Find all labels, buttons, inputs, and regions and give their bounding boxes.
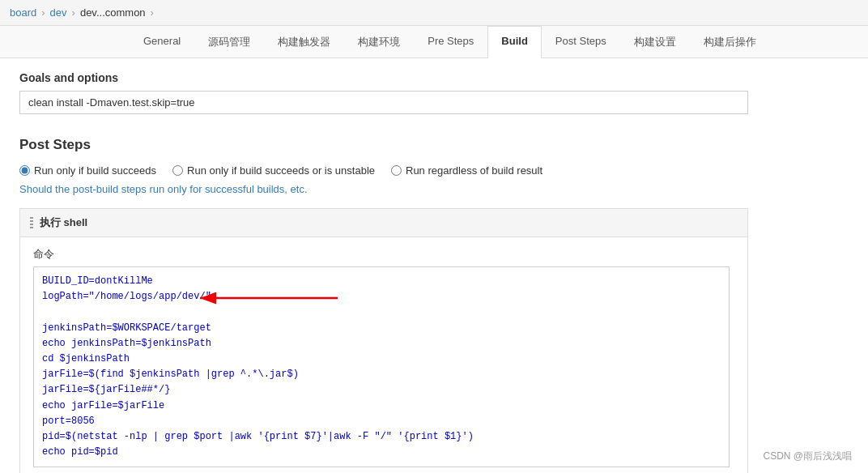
post-steps-radio-group: Run only if build succeeds Run only if b… — [19, 164, 849, 177]
radio-build-unstable[interactable] — [172, 165, 183, 176]
cmd-label: 命令 — [33, 247, 734, 262]
tab-post-steps[interactable]: Post Steps — [542, 26, 620, 58]
code-line-7: jarFile=$(find $jenkinsPath |grep ^.*\.j… — [42, 367, 721, 382]
breadcrumb-sep-1: › — [41, 6, 45, 19]
breadcrumb-dev[interactable]: dev — [50, 6, 67, 19]
code-line-8: jarFile=${jarFile##*/} — [42, 382, 721, 398]
radio-label-text-2: Run only if build succeeds or is unstabl… — [187, 164, 375, 177]
radio-label-text-1: Run only if build succeeds — [34, 164, 156, 177]
shell-panel-title: 执行 shell — [40, 215, 87, 230]
radio-label-build-unstable[interactable]: Run only if build succeeds or is unstabl… — [172, 164, 375, 177]
breadcrumb-sep-2: › — [72, 6, 75, 19]
tab-pre-steps[interactable]: Pre Steps — [414, 26, 487, 58]
post-steps-description: Should the post-build steps run only for… — [19, 183, 849, 195]
tab-general[interactable]: General — [130, 26, 194, 58]
shell-panel: 执行 shell 命令 — [19, 208, 748, 473]
code-line-10: port=8056 — [42, 414, 721, 429]
arrow-svg — [196, 282, 342, 314]
arrow-container — [196, 282, 342, 320]
post-steps-section: Post Steps Run only if build succeeds Ru… — [19, 137, 849, 473]
tab-构建触发器[interactable]: 构建触发器 — [264, 26, 344, 58]
shell-panel-body: 命令 BUILD_ID=dontKillMe — [20, 237, 747, 473]
breadcrumb-board[interactable]: board — [10, 6, 36, 19]
main-content: Goals and options Post Steps Run only if… — [0, 58, 868, 473]
code-line-6: cd $jenkinsPath — [42, 352, 721, 367]
breadcrumb-devcommon: dev...common — [80, 6, 146, 19]
goals-input[interactable] — [19, 91, 748, 114]
radio-regardless[interactable] — [391, 165, 402, 176]
code-line-3 — [42, 305, 721, 320]
code-line-9: echo jarFile=$jarFile — [42, 398, 721, 414]
drag-handle[interactable] — [30, 217, 33, 228]
breadcrumb: board › dev › dev...common › — [0, 0, 868, 26]
breadcrumb-sep-3: › — [151, 6, 154, 19]
tab-构建设置[interactable]: 构建设置 — [620, 26, 690, 58]
code-line-4: jenkinsPath=$WORKSPACE/target — [42, 321, 721, 336]
code-line-11: pid=$(netstat -nlp | grep $port |awk '{p… — [42, 429, 721, 445]
code-line-2: logPath="/home/logs/app/dev/" — [42, 289, 721, 305]
code-area[interactable]: BUILD_ID=dontKillMe logPath="/home/logs/… — [33, 266, 730, 467]
shell-panel-header: 执行 shell — [20, 209, 747, 237]
tab-源码管理[interactable]: 源码管理 — [194, 26, 264, 58]
tab-构建环境[interactable]: 构建环境 — [344, 26, 414, 58]
code-line-1: BUILD_ID=dontKillMe — [42, 274, 721, 289]
tabs-bar: General源码管理构建触发器构建环境Pre StepsBuildPost S… — [0, 26, 868, 58]
radio-build-succeeds[interactable] — [19, 165, 30, 176]
tab-build[interactable]: Build — [487, 26, 542, 58]
code-line-5: echo jenkinsPath=$jenkinsPath — [42, 336, 721, 352]
code-line-12: echo pid=$pid — [42, 445, 721, 460]
post-steps-title: Post Steps — [19, 137, 849, 153]
goals-section-title: Goals and options — [19, 71, 849, 84]
radio-label-build-succeeds[interactable]: Run only if build succeeds — [19, 164, 156, 177]
tab-构建后操作[interactable]: 构建后操作 — [690, 26, 770, 58]
radio-label-text-3: Run regardless of build result — [406, 164, 542, 177]
radio-label-regardless[interactable]: Run regardless of build result — [391, 164, 542, 177]
